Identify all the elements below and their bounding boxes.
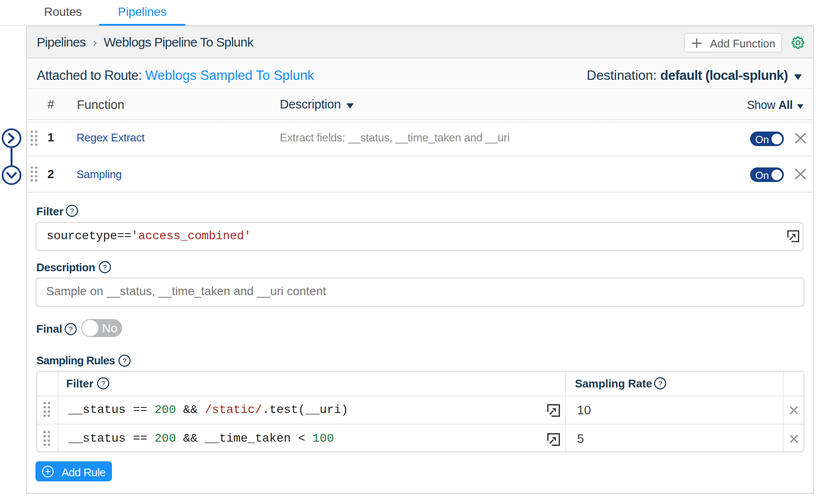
svg-text:?: ? [70,207,74,215]
svg-text:?: ? [69,325,73,334]
svg-text:?: ? [123,357,126,365]
svg-text:?: ? [101,380,105,388]
svg-text:?: ? [103,264,107,272]
svg-text:?: ? [658,380,662,388]
